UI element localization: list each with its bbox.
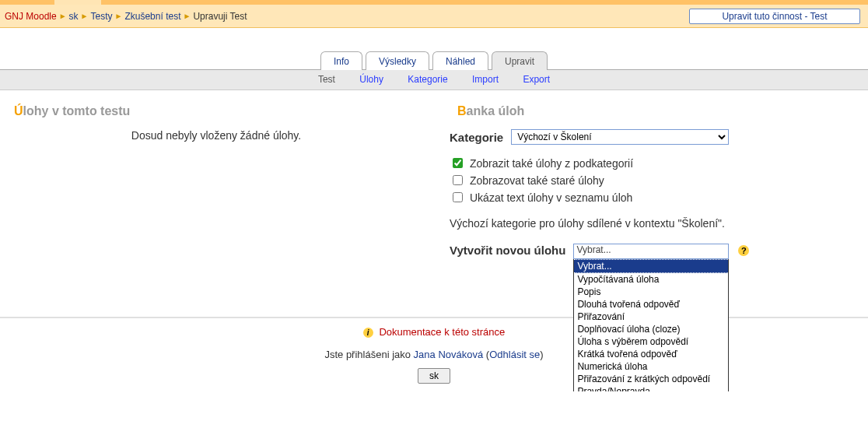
create-question-label: Vytvořit novou úlohu xyxy=(450,244,565,257)
no-tasks-message: Dosud nebyly vloženy žádné úlohy. xyxy=(6,129,426,142)
tabs-area: Info Výsledky Náhled Upravit Test Úlohy … xyxy=(0,51,868,90)
breadcrumb-sep: ► xyxy=(115,12,123,20)
login-status-prefix: Jste přihlášeni jako xyxy=(324,349,413,360)
course-home-button[interactable]: sk xyxy=(418,368,450,384)
main-columns: Úlohy v tomto testu Dosud nebyly vloženy… xyxy=(0,90,868,293)
panel-test-tasks: Úlohy v tomto testu Dosud nebyly vloženy… xyxy=(6,101,426,142)
create-question-dropdown: Vybrat... Vypočítávaná úloha Popis Dlouh… xyxy=(573,259,729,391)
breadcrumb-sep: ► xyxy=(81,12,89,20)
checkbox-text-row: Ukázat text úlohy v seznamu úloh xyxy=(450,190,862,205)
dropdown-option[interactable]: Krátká tvořená odpověď xyxy=(574,348,728,360)
panel-question-bank: Banka úloh Kategorie Výchozí v Školení Z… xyxy=(450,101,862,286)
breadcrumb: GNJ Moodle ► sk ► Testy ► Zkušební test … xyxy=(5,11,247,22)
dropdown-option[interactable]: Dlouhá tvořená odpověď xyxy=(574,298,728,310)
checkbox-old[interactable] xyxy=(453,175,463,185)
dropdown-option[interactable]: Úloha s výběrem odpovědí xyxy=(574,335,728,348)
dropdown-option[interactable]: Vybrat... xyxy=(574,259,728,273)
category-select[interactable]: Výchozí v Školení xyxy=(511,129,729,145)
page-footer: i Dokumentace k této stránce Jste přihlá… xyxy=(0,326,868,391)
tab-nahled[interactable]: Náhled xyxy=(432,51,488,70)
panel-title-rest: lohy v tomto testu xyxy=(23,104,131,118)
tab-info[interactable]: Info xyxy=(320,51,362,70)
checkbox-old-label: Zobrazovat také staré úlohy xyxy=(470,174,604,187)
dropdown-option[interactable]: Vypočítávaná úloha xyxy=(574,273,728,286)
breadcrumb-item-testy[interactable]: Testy xyxy=(91,11,113,22)
footer-separator xyxy=(0,317,868,318)
breadcrumb-current: Upravuji Test xyxy=(193,11,247,22)
panel-title-rest: anka úloh xyxy=(467,104,525,118)
breadcrumb-item-sk[interactable]: sk xyxy=(69,11,79,22)
panel-title-bank: Banka úloh xyxy=(457,104,862,118)
breadcrumb-root[interactable]: GNJ Moodle xyxy=(5,11,57,22)
panel-title-firstchar: Ú xyxy=(14,104,23,118)
help-icon[interactable]: ? xyxy=(738,245,749,256)
breadcrumb-sep: ► xyxy=(59,12,67,20)
dropdown-option[interactable]: Numerická úloha xyxy=(574,360,728,373)
checkbox-old-row: Zobrazovat také staré úlohy xyxy=(450,173,862,188)
paren-close: ) xyxy=(540,349,543,360)
info-icon: i xyxy=(363,328,373,338)
edit-activity-button[interactable]: Upravit tuto činnost - Test xyxy=(689,9,860,24)
breadcrumb-sep: ► xyxy=(183,12,191,20)
documentation-link[interactable]: Dokumentace k této stránce xyxy=(379,326,505,338)
dropdown-option[interactable]: Popis xyxy=(574,286,728,298)
logout-link[interactable]: Odhlásit se xyxy=(489,349,540,360)
dropdown-option[interactable]: Pravda/Nepravda xyxy=(574,385,728,391)
subnav-ulohy[interactable]: Úlohy xyxy=(359,74,383,85)
dropdown-option[interactable]: Přiřazování z krátkých odpovědí xyxy=(574,373,728,385)
category-row: Kategorie Výchozí v Školení xyxy=(450,129,862,145)
dropdown-option[interactable]: Doplňovací úloha (cloze) xyxy=(574,323,728,335)
user-profile-link[interactable]: Jana Nováková xyxy=(414,349,484,360)
checkbox-text-label: Ukázat text úlohy v seznamu úloh xyxy=(470,191,632,204)
dropdown-option[interactable]: Přiřazování xyxy=(574,310,728,323)
breadcrumb-bar: GNJ Moodle ► sk ► Testy ► Zkušební test … xyxy=(0,5,868,28)
checkbox-subcategories-row: Zobrazit také úlohy z podkategorií xyxy=(450,156,862,170)
subnav-kategorie[interactable]: Kategorie xyxy=(408,74,447,85)
tab-upravit[interactable]: Upravit xyxy=(492,51,548,70)
breadcrumb-item-zkusebni[interactable]: Zkušební test xyxy=(124,11,180,22)
subnav-export[interactable]: Export xyxy=(523,74,550,85)
tabs-row: Info Výsledky Náhled Upravit xyxy=(0,51,868,70)
category-label: Kategorie xyxy=(450,131,503,144)
checkbox-subcategories-label: Zobrazit také úlohy z podkategorií xyxy=(470,157,633,170)
create-question-select[interactable]: Vybrat... xyxy=(573,244,729,259)
panel-title-tasks: Úlohy v tomto testu xyxy=(14,104,426,118)
checkbox-subcategories[interactable] xyxy=(453,158,463,168)
subnav: Test Úlohy Kategorie Import Export xyxy=(0,69,868,90)
checkbox-text[interactable] xyxy=(453,192,463,202)
tab-vysledky[interactable]: Výsledky xyxy=(366,51,429,70)
panel-title-firstchar: B xyxy=(457,104,467,118)
subnav-import[interactable]: Import xyxy=(472,74,499,85)
create-question-row: Vytvořit novou úlohu Vybrat... Vybrat...… xyxy=(450,244,862,259)
category-description: Výchozí kategorie pro úlohy sdílené v ko… xyxy=(450,217,862,230)
subnav-test: Test xyxy=(318,74,335,85)
